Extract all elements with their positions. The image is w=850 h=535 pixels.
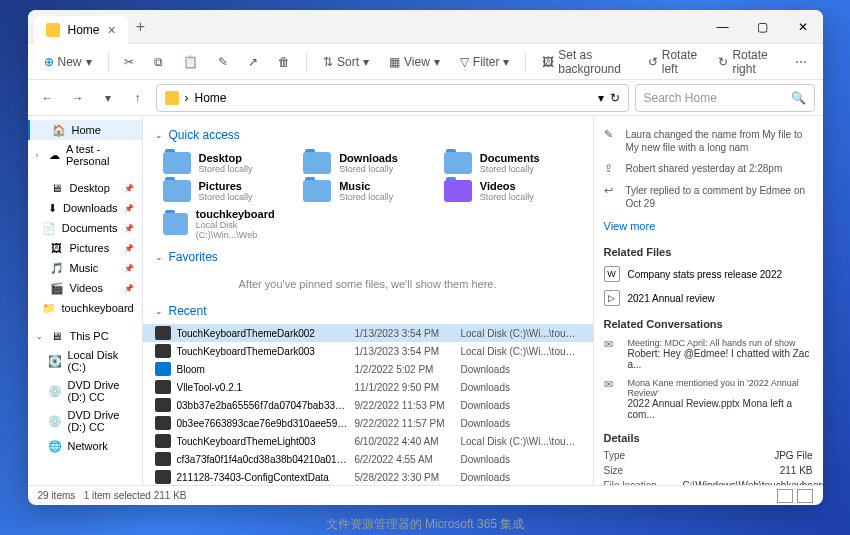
quick-access-item[interactable]: touchkeyboardLocal Disk (C:)\Win...\Web xyxy=(163,208,292,240)
set-background-button[interactable]: 🖼 Set as background xyxy=(534,44,636,80)
conversation-item[interactable]: ✉Meeting: MDC April: All hands run of sh… xyxy=(604,334,813,374)
folder-icon xyxy=(444,180,472,202)
titlebar: Home × + — ▢ ✕ xyxy=(28,10,823,44)
folder-icon xyxy=(444,152,472,174)
home-icon xyxy=(46,23,60,37)
new-tab-button[interactable]: + xyxy=(128,14,153,40)
sidebar-item-documents[interactable]: 📄Documents📌 xyxy=(28,218,142,238)
folder-icon xyxy=(163,152,191,174)
details-panel: ✎Laura changed the name from My file to … xyxy=(593,116,823,485)
maximize-button[interactable]: ▢ xyxy=(743,10,783,44)
related-file[interactable]: ▷2021 Annual review xyxy=(604,286,813,310)
up-button[interactable]: ↑ xyxy=(126,86,150,110)
sidebar-item-pictures[interactable]: 🖼Pictures📌 xyxy=(28,238,142,258)
sidebar: 🏠Home ›☁A test - Personal 🖥Desktop📌 ⬇Dow… xyxy=(28,116,143,485)
sidebar-item-videos[interactable]: 🎬Videos📌 xyxy=(28,278,142,298)
file-icon xyxy=(155,452,171,466)
recent-item[interactable]: 03bb37e2ba65556f7da07047bab330e3534c00a2… xyxy=(143,396,593,414)
related-conv-header: Related Conversations xyxy=(604,310,813,334)
sidebar-item-thispc[interactable]: ⌄🖥This PC xyxy=(28,326,142,346)
recent-item[interactable]: VlleTool-v0.2.1 11/1/2022 9:50 PM Downlo… xyxy=(143,378,593,396)
quick-access-item[interactable]: DesktopStored locally xyxy=(163,152,292,174)
activity-item: ⇪Robert shared yesterday at 2:28pm xyxy=(604,158,813,180)
activity-item: ✎Laura changed the name from My file to … xyxy=(604,124,813,158)
history-button[interactable]: ▾ xyxy=(96,86,120,110)
mail-icon: ✉ xyxy=(604,338,620,354)
details-header: Details xyxy=(604,424,813,448)
more-button[interactable]: ⋯ xyxy=(787,51,815,73)
rotate-left-button[interactable]: ↺ Rotate left xyxy=(640,44,707,80)
back-button[interactable]: ← xyxy=(36,86,60,110)
copy-button[interactable]: ⧉ xyxy=(146,51,171,73)
file-icon xyxy=(155,470,171,484)
sidebar-item-dvd-di2[interactable]: 💿DVD Drive (D:) CC xyxy=(28,406,142,436)
ppt-icon: ▷ xyxy=(604,290,620,306)
quick-access-item[interactable]: DocumentsStored locally xyxy=(444,152,573,174)
breadcrumb[interactable]: Home xyxy=(195,91,227,105)
view-button[interactable]: ▦ View ▾ xyxy=(381,51,448,73)
recent-item[interactable]: TouchKeyboardThemeDark002 1/13/2023 3:54… xyxy=(143,324,593,342)
recent-item[interactable]: 0b3ee7663893cae76e9bd310aee59b70d76cc476… xyxy=(143,414,593,432)
caption: 文件资源管理器的 Microsoft 365 集成 xyxy=(0,516,850,533)
address-bar[interactable]: › Home ▾ ↻ xyxy=(156,84,629,112)
share-button[interactable]: ↗ xyxy=(240,51,266,73)
sidebar-item-touchkb[interactable]: 📁touchkeyboard📌 xyxy=(28,298,142,318)
recent-item[interactable]: TouchKeyboardThemeLight003 6/10/2022 4:4… xyxy=(143,432,593,450)
cut-button[interactable]: ✂ xyxy=(116,51,142,73)
word-icon: W xyxy=(604,266,620,282)
filter-button[interactable]: ▽ Filter ▾ xyxy=(452,51,518,73)
rename-icon: ✎ xyxy=(604,128,618,142)
related-file[interactable]: WCompany stats press release 2022 xyxy=(604,262,813,286)
file-icon xyxy=(155,416,171,430)
forward-button[interactable]: → xyxy=(66,86,90,110)
folder-icon xyxy=(163,213,188,235)
statusbar: 29 items 1 item selected 211 KB xyxy=(28,485,823,505)
tab-home[interactable]: Home × xyxy=(34,16,128,44)
section-recent[interactable]: ⌄Recent xyxy=(143,300,593,322)
sidebar-item-localdisk[interactable]: 💽Local Disk (C:) xyxy=(28,346,142,376)
new-button[interactable]: ⊕New▾ xyxy=(36,51,100,73)
quick-access-item[interactable]: PicturesStored locally xyxy=(163,180,292,202)
sidebar-item-network[interactable]: 🌐Network xyxy=(28,436,142,456)
search-icon: 🔍 xyxy=(791,91,806,105)
minimize-button[interactable]: — xyxy=(703,10,743,44)
recent-item[interactable]: Bloom 1/2/2022 5:02 PM Downloads xyxy=(143,360,593,378)
view-more-link[interactable]: View more xyxy=(604,214,813,238)
tab-title: Home xyxy=(68,23,100,37)
quick-access-item[interactable]: DownloadsStored locally xyxy=(303,152,432,174)
sidebar-item-desktop[interactable]: 🖥Desktop📌 xyxy=(28,178,142,198)
refresh-button[interactable]: ↻ xyxy=(610,91,620,105)
grid-view-button[interactable] xyxy=(797,489,813,503)
rename-button[interactable]: ✎ xyxy=(210,51,236,73)
folder-icon xyxy=(303,180,331,202)
section-favorites[interactable]: ⌄Favorites xyxy=(143,246,593,268)
recent-item[interactable]: 211128-73403-ConfigContextData 5/28/2022… xyxy=(143,468,593,485)
related-files-header: Related Files xyxy=(604,238,813,262)
sidebar-item-dvd-di[interactable]: 💿DVD Drive (D:) CC xyxy=(28,376,142,406)
recent-item[interactable]: TouchKeyboardThemeDark003 1/13/2023 3:54… xyxy=(143,342,593,360)
main-content: ⌄Quick access DesktopStored locally Down… xyxy=(143,116,593,485)
file-icon xyxy=(155,362,171,376)
paste-button[interactable]: 📋 xyxy=(175,51,206,73)
activity-item: ↩Tyler replied to a comment by Edmee on … xyxy=(604,180,813,214)
conversation-item[interactable]: ✉Mona Kane mentioned you in '2022 Annual… xyxy=(604,374,813,424)
list-view-button[interactable] xyxy=(777,489,793,503)
mail-icon: ✉ xyxy=(604,378,620,394)
quick-access-item[interactable]: MusicStored locally xyxy=(303,180,432,202)
close-tab-icon[interactable]: × xyxy=(108,22,116,38)
rotate-right-button[interactable]: ↻ Rotate right xyxy=(710,44,782,80)
folder-icon xyxy=(303,152,331,174)
share-icon: ⇪ xyxy=(604,162,618,176)
navbar: ← → ▾ ↑ › Home ▾ ↻ Search Home 🔍 xyxy=(28,80,823,116)
sidebar-item-music[interactable]: 🎵Music📌 xyxy=(28,258,142,278)
sidebar-item-downloads[interactable]: ⬇Downloads📌 xyxy=(28,198,142,218)
close-window-button[interactable]: ✕ xyxy=(783,10,823,44)
recent-item[interactable]: cf3a73fa0f1f4a0cd38a38b04210a016733487f … xyxy=(143,450,593,468)
delete-button[interactable]: 🗑 xyxy=(270,51,298,73)
section-quick-access[interactable]: ⌄Quick access xyxy=(143,124,593,146)
search-input[interactable]: Search Home 🔍 xyxy=(635,84,815,112)
sidebar-item-atest[interactable]: ›☁A test - Personal xyxy=(28,140,142,170)
sort-button[interactable]: ⇅ Sort ▾ xyxy=(315,51,377,73)
quick-access-item[interactable]: VideosStored locally xyxy=(444,180,573,202)
sidebar-item-home[interactable]: 🏠Home xyxy=(28,120,142,140)
